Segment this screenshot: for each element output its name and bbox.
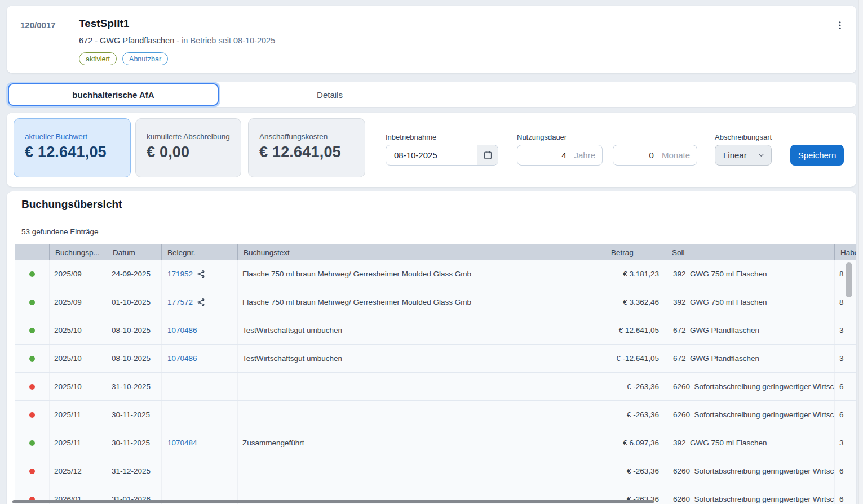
beleg-link[interactable]: 177572 [167, 298, 193, 306]
cell-betrag: € -12.641,05 [605, 345, 666, 372]
share-icon[interactable] [197, 298, 205, 306]
cell-soll: 392 GWG 750 ml Flaschen [666, 429, 835, 457]
cell-status [15, 429, 50, 457]
status-dot [29, 412, 35, 418]
column-header-haben[interactable]: Haben [835, 244, 856, 260]
monate-suffix: Monate [662, 150, 690, 160]
status-dot [29, 271, 35, 277]
asset-subtitle-main: 672 - GWG Pfandflaschen - [79, 36, 182, 45]
cell-belegnr: 1070486 [162, 345, 238, 372]
table-row[interactable]: 2025/1008-10-20251070486TestWirtschaftsg… [15, 345, 856, 373]
beleg-link[interactable]: 1070486 [167, 326, 197, 334]
column-header-buchungstext[interactable]: Buchungstext [238, 244, 605, 260]
horizontal-scrollbar-thumb[interactable] [12, 500, 654, 503]
cell-soll: 672 GWG Pfandflaschen [666, 345, 835, 372]
chevron-down-icon [757, 151, 765, 159]
nutzungsdauer-jahre-field[interactable]: 4 Jahre [517, 145, 603, 166]
cell-buchungsperiode: 2025/11 [50, 401, 107, 429]
cell-betrag: € -263,36 [605, 373, 666, 400]
monate-input[interactable]: 0 [620, 150, 656, 160]
cell-datum: 01-10-2025 [107, 288, 162, 316]
afa-summary-panel: aktueller Buchwert € 12.641,05 kumuliert… [7, 113, 856, 187]
table-body: 2025/0924-09-2025171952Flasche 750 ml br… [15, 260, 856, 504]
calendar-icon [483, 150, 493, 160]
cell-haben: 3 [835, 345, 856, 372]
cell-buchungsperiode: 2025/10 [50, 373, 107, 400]
status-dot [29, 300, 35, 305]
share-icon[interactable] [197, 270, 205, 278]
cell-datum: 08-10-2025 [107, 316, 162, 344]
asset-subtitle-note: in Betrieb seit 08-10-2025 [182, 36, 275, 45]
table-row[interactable]: 2025/0924-09-2025171952Flasche 750 ml br… [15, 260, 856, 288]
cell-datum: 31-10-2025 [107, 373, 162, 400]
abschreibungsart-value: Linear [723, 150, 747, 160]
page-scrollbar-track[interactable] [858, 0, 863, 504]
jahre-input[interactable]: 4 [524, 150, 568, 160]
cell-betrag: € 6.097,36 [605, 429, 666, 457]
jahre-suffix: Jahre [574, 150, 595, 160]
table-row[interactable]: 2025/1231-12-2025€ -263,366260 Sofortabs… [15, 457, 856, 485]
column-header-belegnr[interactable]: Belegnr. [162, 244, 238, 260]
card-value: € 12.641,05 [259, 144, 365, 161]
cell-belegnr: 177572 [162, 288, 238, 316]
tab-details[interactable]: Details [220, 82, 440, 107]
nutzungsdauer-monate-field[interactable]: 0 Monate [613, 145, 697, 166]
card-value: € 0,00 [147, 144, 241, 161]
cell-soll: 6260 Sofortabschreibung geringwertiger W… [666, 373, 835, 400]
beleg-link[interactable]: 1070484 [167, 439, 197, 447]
beleg-link[interactable]: 1070486 [167, 354, 197, 363]
inbetriebnahme-input[interactable]: 08-10-2025 [386, 150, 477, 160]
status-badge-abnutzbar: Abnutzbar [122, 52, 168, 65]
cell-status [15, 373, 50, 400]
abschreibungsart-select[interactable]: Linear [715, 145, 772, 166]
date-picker-button[interactable] [477, 145, 498, 165]
cell-datum: 30-11-2025 [107, 401, 162, 429]
save-button[interactable]: Speichern [790, 145, 844, 166]
cell-soll: 392 GWG 750 ml Flaschen [666, 288, 835, 316]
cell-buchungsperiode: 2025/09 [50, 288, 107, 316]
tab-buchhalterische-afa[interactable]: buchhalterische AfA [8, 83, 219, 106]
asset-number: 120/0017 [20, 20, 56, 30]
cell-buchungstext: Flasche 750 ml braun Mehrweg/ Gerresheim… [238, 288, 605, 316]
asset-header-card: 120/0017 TestSplit1 672 - GWG Pfandflasc… [7, 6, 856, 73]
status-dot [29, 440, 35, 446]
asset-subtitle: 672 - GWG Pfandflaschen - in Betrieb sei… [79, 36, 275, 45]
cell-buchungsperiode: 2025/12 [50, 457, 107, 485]
column-header-betrag[interactable]: Betrag [605, 244, 666, 260]
card-kumulierte-abschreibung: kumulierte Abschreibung € 0,00 [135, 118, 241, 177]
cell-betrag: € -263,36 [605, 457, 666, 485]
table-vertical-scrollbar-thumb[interactable] [846, 262, 852, 297]
cell-belegnr: 1070486 [162, 316, 238, 344]
cell-betrag: € -263,36 [605, 401, 666, 429]
column-header-buchungsperiode[interactable]: Buchungsp... [50, 244, 107, 260]
column-header-datum[interactable]: Datum [107, 244, 162, 260]
cell-haben: 6 [835, 485, 856, 504]
more-options-button[interactable] [833, 18, 847, 33]
table-header-row: Buchungsp... Datum Belegnr. Buchungstext… [15, 244, 856, 260]
cell-belegnr [162, 457, 238, 485]
cell-belegnr: 171952 [162, 260, 238, 288]
header-divider [72, 17, 72, 64]
table-row[interactable]: 2025/1008-10-20251070486TestWirtschaftsg… [15, 316, 856, 345]
abschreibungsart-label: Abschreibungsart [715, 133, 772, 141]
table-row[interactable]: 2025/1130-11-2025€ -263,366260 Sofortabs… [15, 401, 856, 429]
table-row[interactable]: 2025/0901-10-2025177572Flasche 750 ml br… [15, 288, 856, 316]
column-header-soll[interactable]: Soll [666, 244, 835, 260]
card-anschaffungskosten: Anschaffungskosten € 12.641,05 [248, 118, 365, 177]
cell-datum: 30-11-2025 [107, 429, 162, 457]
beleg-link[interactable]: 171952 [167, 270, 193, 278]
bookings-table: Buchungsp... Datum Belegnr. Buchungstext… [15, 244, 856, 504]
asset-title: TestSplit1 [79, 17, 129, 30]
table-row[interactable]: 2025/1031-10-2025€ -263,366260 Sofortabs… [15, 373, 856, 401]
tab-bar: buchhalterische AfA Details [7, 82, 856, 107]
badge-group: aktiviert Abnutzbar [79, 52, 168, 65]
card-value: € 12.641,05 [25, 144, 130, 161]
card-label: aktueller Buchwert [25, 132, 130, 141]
card-label: kumulierte Abschreibung [147, 132, 241, 141]
card-aktueller-buchwert: aktueller Buchwert € 12.641,05 [14, 118, 131, 177]
table-row[interactable]: 2025/1130-11-20251070484Zusammengeführt€… [15, 429, 856, 457]
cell-datum: 31-12-2025 [107, 457, 162, 485]
cell-buchungstext: TestWirtschaftsgut umbuchen [238, 345, 605, 372]
cell-betrag: € 3.362,46 [605, 288, 666, 316]
cell-buchungsperiode: 2025/11 [50, 429, 107, 457]
